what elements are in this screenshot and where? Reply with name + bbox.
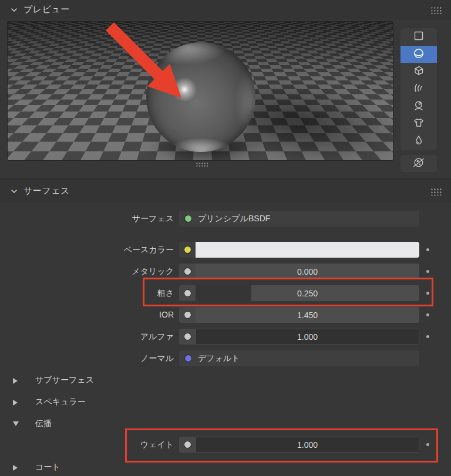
sphere-icon (413, 48, 425, 62)
normal-row: ノーマル デフォルト (0, 350, 451, 366)
color-socket-icon (184, 246, 191, 254)
preview-sphere (146, 42, 255, 152)
coat-label: コート (35, 462, 60, 472)
ior-value: 1.450 (196, 310, 419, 320)
panel-drag-grip-icon[interactable] (430, 188, 442, 195)
metallic-slider[interactable]: 0.000 (196, 264, 419, 279)
roughness-socket-button[interactable] (179, 285, 196, 301)
world-icon (412, 156, 425, 171)
material-preview-render (7, 21, 393, 161)
preview-type-cube-button[interactable] (400, 63, 437, 80)
world-preview-button[interactable] (400, 155, 437, 172)
normal-value: デフォルト (198, 353, 240, 364)
alpha-socket-button[interactable] (179, 329, 196, 345)
shaderball-icon (413, 100, 425, 114)
preview-type-hair-button[interactable] (400, 80, 437, 98)
surface-panel-title: サーフェス (23, 185, 70, 197)
normal-label: ノーマル (0, 350, 174, 366)
hair-icon (413, 82, 425, 96)
preview-type-shaderball-button[interactable] (400, 98, 437, 116)
flat-plane-icon (413, 30, 425, 44)
base-color-swatch[interactable] (196, 242, 419, 258)
animate-property-dot[interactable] (426, 313, 429, 316)
value-socket-icon (184, 268, 191, 275)
coat-subpanel-header[interactable]: コート (0, 461, 451, 474)
surface-shader-field[interactable]: プリンシプルBSDF (179, 211, 419, 227)
transmission-weight-row: ウェイト 1.000 (0, 437, 451, 453)
animate-property-dot[interactable] (426, 335, 429, 338)
value-socket-icon (184, 289, 191, 297)
alpha-slider[interactable]: 1.000 (196, 329, 419, 345)
animate-property-dot[interactable] (426, 292, 429, 295)
chevron-down-icon (10, 6, 18, 16)
blender-material-properties-panel: プレビュー (0, 0, 451, 476)
preview-panel-title: プレビュー (23, 4, 70, 15)
metallic-value: 0.000 (196, 267, 419, 276)
preview-panel-header[interactable]: プレビュー (0, 0, 451, 20)
value-socket-icon (184, 311, 191, 319)
ior-socket-button[interactable] (179, 307, 196, 323)
roughness-label: 粗さ (0, 285, 174, 301)
weight-socket-button[interactable] (179, 437, 196, 453)
base-color-row: ベースカラー (0, 242, 451, 258)
weight-slider[interactable]: 1.000 (196, 437, 419, 453)
weight-label: ウェイト (0, 437, 174, 453)
animate-property-dot[interactable] (426, 443, 429, 446)
roughness-row: 粗さ 0.250 (0, 285, 451, 301)
disclosure-triangle-collapsed-icon (13, 378, 18, 384)
alpha-value: 1.000 (196, 332, 419, 342)
weight-value: 1.000 (196, 440, 419, 450)
surface-panel-header[interactable]: サーフェス (0, 180, 451, 203)
metallic-row: メタリック 0.000 (0, 264, 451, 279)
specular-label: スペキュラー (35, 397, 86, 407)
preview-type-flat-plane-button[interactable] (400, 28, 437, 46)
ior-field[interactable]: 1.450 (196, 307, 419, 323)
base-color-label: ベースカラー (0, 242, 174, 258)
metallic-label: メタリック (0, 264, 174, 279)
fluid-icon (413, 134, 425, 148)
alpha-label: アルファ (0, 329, 174, 345)
ior-label: IOR (0, 307, 174, 323)
preview-type-fluid-button[interactable] (400, 133, 437, 150)
alpha-row: アルファ 1.000 (0, 329, 451, 345)
roughness-value: 0.250 (196, 289, 419, 298)
subsurface-subpanel-header[interactable]: サブサーフェス (0, 374, 451, 387)
specular-subpanel-header[interactable]: スペキュラー (0, 396, 451, 409)
disclosure-triangle-expanded-icon (13, 421, 19, 426)
metallic-socket-button[interactable] (179, 264, 196, 279)
surface-shader-row: サーフェス プリンシプルBSDF (0, 211, 451, 227)
disclosure-triangle-collapsed-icon (13, 400, 18, 406)
panel-drag-grip-icon[interactable] (430, 6, 442, 14)
ior-row: IOR 1.450 (0, 307, 451, 323)
cube-icon (413, 65, 425, 79)
disclosure-triangle-collapsed-icon (13, 465, 18, 471)
value-socket-icon (184, 333, 191, 340)
subsurface-label: サブサーフェス (35, 375, 94, 386)
cloth-icon (413, 117, 425, 131)
chevron-down-icon (10, 187, 18, 198)
vector-socket-icon (184, 355, 192, 362)
surface-shader-label: サーフェス (0, 211, 174, 227)
preview-type-toolbar (400, 28, 437, 150)
transmission-label: 伝播 (35, 418, 52, 429)
value-socket-icon (184, 441, 191, 448)
transmission-subpanel-header[interactable]: 伝播 (0, 418, 451, 431)
preview-type-cloth-button[interactable] (400, 116, 437, 133)
surface-shader-value: プリンシプルBSDF (198, 214, 270, 224)
shader-socket-icon (184, 215, 192, 222)
preview-type-sphere-button[interactable] (400, 46, 437, 63)
animate-property-dot[interactable] (426, 248, 429, 251)
roughness-slider[interactable]: 0.250 (196, 285, 419, 301)
base-color-socket-button[interactable] (179, 242, 196, 258)
animate-property-dot[interactable] (426, 270, 429, 273)
normal-field[interactable]: デフォルト (179, 350, 419, 366)
preview-resize-grip[interactable] (196, 162, 208, 167)
